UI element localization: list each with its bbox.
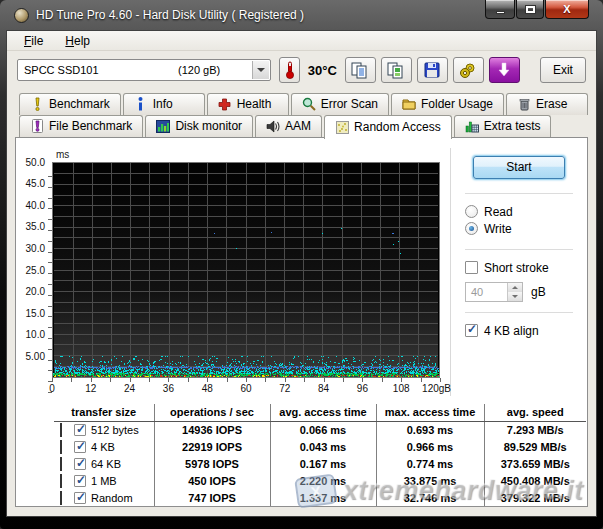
table-row: 64 KB 5978 IOPS 0.167 ms 0.774 ms 373.65… bbox=[54, 455, 586, 472]
minimize-icon bbox=[496, 11, 505, 14]
disk-monitor-icon bbox=[156, 119, 170, 133]
series-checkbox[interactable] bbox=[74, 458, 86, 470]
read-radio[interactable] bbox=[465, 205, 478, 218]
chevron-up-icon bbox=[512, 286, 518, 289]
series-color-swatch bbox=[60, 440, 62, 454]
start-button[interactable]: Start bbox=[473, 156, 565, 179]
max-access-value: 33.875 ms bbox=[376, 472, 484, 489]
y-tick-label: 30.0 bbox=[26, 243, 45, 254]
drive-selector[interactable]: SPCC SSD101 (120 gB) bbox=[17, 59, 271, 81]
maximize-button[interactable] bbox=[516, 0, 544, 19]
y-tick-label: 50.0 bbox=[26, 157, 45, 168]
table-header-row: transfer size operations / sec avg. acce… bbox=[54, 404, 586, 422]
ops-value: 747 IOPS bbox=[154, 489, 270, 506]
x-tick-label: 96 bbox=[357, 383, 368, 394]
y-tick-label: 5.00 bbox=[26, 351, 45, 362]
x-tick-label: 48 bbox=[202, 383, 213, 394]
menu-item-file[interactable]: File bbox=[15, 32, 52, 50]
spinner-down-button[interactable] bbox=[508, 292, 522, 301]
drive-selector-dropdown[interactable] bbox=[252, 61, 269, 79]
test-controls-panel: Start Read Write bbox=[450, 148, 583, 396]
x-tick-label: 36 bbox=[163, 383, 174, 394]
trash-icon bbox=[517, 97, 531, 111]
exclamation-purple-icon bbox=[30, 119, 44, 133]
table-row: 1 MB 450 IOPS 2.220 ms 33.875 ms 450.408… bbox=[54, 472, 586, 489]
avg-access-value: 0.066 ms bbox=[270, 421, 376, 438]
x-tick-label: 120gB bbox=[422, 383, 451, 394]
tab-page-random-access: ms 50.045.040.035.030.025.020.015.010.05… bbox=[15, 137, 588, 508]
series-label: 4 KB bbox=[91, 441, 115, 453]
y-tick-label: 20.0 bbox=[26, 286, 45, 297]
download-arrow-icon bbox=[497, 62, 511, 78]
menu-item-help[interactable]: Help bbox=[56, 32, 99, 50]
tab-aam[interactable]: AAM bbox=[255, 115, 322, 137]
scatter-icon bbox=[335, 120, 349, 134]
tab-folder-usage[interactable]: Folder Usage bbox=[391, 93, 504, 115]
table-row: 4 KB 22919 IOPS 0.043 ms 0.966 ms 89.529… bbox=[54, 438, 586, 455]
max-access-value: 0.693 ms bbox=[376, 421, 484, 438]
col-header-avg-speed: avg. speed bbox=[484, 404, 586, 422]
y-tick-label: 15.0 bbox=[26, 308, 45, 319]
tab-label: Error Scan bbox=[321, 97, 378, 111]
tab-error-scan[interactable]: Error Scan bbox=[291, 93, 389, 115]
results-table: transfer size operations / sec avg. acce… bbox=[54, 404, 586, 507]
col-header-transfer-size: transfer size bbox=[54, 404, 154, 422]
short-stroke-checkbox[interactable] bbox=[465, 261, 478, 274]
ops-value: 450 IOPS bbox=[154, 472, 270, 489]
options-button[interactable] bbox=[453, 57, 484, 83]
download-button[interactable] bbox=[489, 57, 520, 83]
read-radio-label: Read bbox=[484, 205, 513, 219]
ops-value: 22919 IOPS bbox=[154, 438, 270, 455]
tab-label: Folder Usage bbox=[421, 97, 493, 111]
tab-info[interactable]: Info bbox=[123, 93, 205, 115]
tab-label: Health bbox=[237, 97, 272, 111]
tab-disk-monitor[interactable]: Disk monitor bbox=[145, 115, 253, 137]
series-label: 64 KB bbox=[91, 458, 121, 470]
tab-health[interactable]: Health bbox=[207, 93, 289, 115]
avg-access-value: 2.220 ms bbox=[270, 472, 376, 489]
kb-align-checkbox[interactable] bbox=[465, 324, 478, 337]
tab-strip: Benchmark Info Health bbox=[7, 90, 596, 137]
ops-value: 14936 IOPS bbox=[154, 421, 270, 438]
kb-align-label: 4 KB align bbox=[484, 324, 539, 338]
tab-random-access[interactable]: Random Access bbox=[324, 115, 452, 139]
x-axis-labels: 01224364860728496108120gB bbox=[52, 382, 441, 396]
series-color-swatch bbox=[60, 457, 62, 471]
col-header-operations: operations / sec bbox=[154, 404, 270, 422]
app-icon bbox=[14, 8, 29, 23]
series-checkbox[interactable] bbox=[74, 424, 86, 436]
temperature-button[interactable] bbox=[279, 57, 299, 83]
maximize-icon bbox=[526, 6, 535, 13]
short-stroke-label: Short stroke bbox=[484, 261, 549, 275]
y-tick-label: 25.0 bbox=[26, 265, 45, 276]
scatter-plot-area bbox=[52, 162, 440, 378]
tab-benchmark[interactable]: Benchmark bbox=[19, 93, 121, 115]
tab-extra-tests[interactable]: Extra tests bbox=[454, 115, 552, 137]
x-tick-label: 108 bbox=[393, 383, 410, 394]
series-checkbox[interactable] bbox=[74, 441, 86, 453]
close-icon: X bbox=[563, 3, 570, 15]
minimize-button[interactable] bbox=[485, 0, 515, 19]
ops-value: 5978 IOPS bbox=[154, 455, 270, 472]
options-gears-icon bbox=[459, 62, 477, 79]
write-radio[interactable] bbox=[465, 222, 478, 235]
copy-text-button[interactable] bbox=[345, 57, 376, 83]
tab-file-benchmark[interactable]: File Benchmark bbox=[19, 115, 143, 137]
series-checkbox[interactable] bbox=[74, 475, 86, 487]
close-button[interactable]: X bbox=[545, 0, 589, 19]
spinner-up-button[interactable] bbox=[508, 283, 522, 292]
copy-image-icon bbox=[387, 62, 405, 79]
copy-text-icon bbox=[351, 62, 369, 79]
write-radio-label: Write bbox=[484, 222, 512, 236]
x-tick-label: 72 bbox=[279, 383, 290, 394]
exit-button[interactable]: Exit bbox=[540, 57, 586, 83]
x-tick-label: 60 bbox=[240, 383, 251, 394]
copy-image-button[interactable] bbox=[381, 57, 412, 83]
series-color-swatch bbox=[60, 474, 62, 488]
series-checkbox[interactable] bbox=[74, 492, 86, 504]
avg-speed-value: 7.293 MB/s bbox=[484, 421, 586, 438]
tab-erase[interactable]: Erase bbox=[506, 93, 588, 115]
save-button[interactable] bbox=[417, 57, 448, 83]
capacity-spinner[interactable]: 40 bbox=[465, 282, 523, 302]
app-window: HD Tune Pro 4.60 - Hard Disk Utility ( R… bbox=[0, 0, 603, 529]
